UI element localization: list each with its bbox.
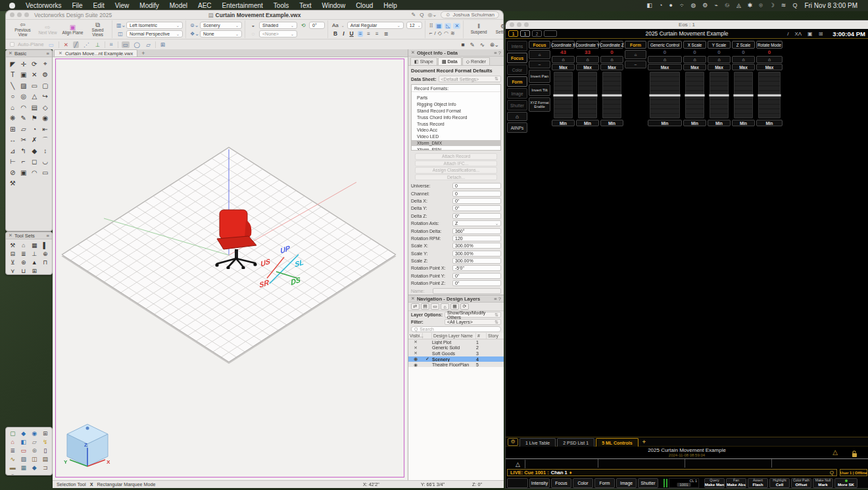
home-button[interactable]: ⌂ [507, 112, 527, 121]
slope-tool-icon[interactable]: / [435, 30, 436, 36]
parameter-softkey[interactable]: Color [573, 478, 593, 488]
align-plane-button[interactable]: ▣Align Plane [61, 24, 84, 36]
dual-softkey[interactable]: Assert Flash [748, 478, 768, 488]
fader-label-button[interactable]: Z Scale [732, 41, 755, 49]
line-style-icon[interactable]: ∿ [480, 41, 485, 48]
tool-icon[interactable]: ↕ [40, 145, 51, 157]
visualization-icon[interactable]: ◆ [29, 463, 40, 472]
layer-table-header[interactable]: Visibi... Design Layer Name # Story [408, 333, 504, 339]
category-button[interactable]: Color [507, 64, 527, 75]
active-layer-dropdown[interactable]: None⌄ [200, 30, 242, 37]
tool-icon[interactable]: ▤ [29, 102, 40, 113]
search-icon[interactable]: Q [830, 470, 834, 476]
status-bar-icon[interactable]: ☽ [766, 2, 778, 9]
menu-item[interactable]: Edit [88, 2, 110, 9]
visualization-icon[interactable]: ▭ [18, 446, 30, 454]
field-input[interactable]: 0"⌄ [452, 280, 501, 286]
visibility-icon[interactable]: ✕ [408, 345, 423, 351]
close-icon[interactable]: ✕ [411, 296, 415, 301]
monitor-tab[interactable] [544, 30, 557, 37]
navigation-mode-icon[interactable]: ⟳ [460, 303, 469, 310]
fader-handle[interactable] [602, 94, 622, 97]
stack-icon[interactable]: ≋ [450, 30, 455, 36]
invert-tilt-button[interactable]: Invert Tilt [529, 84, 550, 96]
visibility-icon[interactable]: ✕ [408, 339, 423, 345]
category-button[interactable]: Form [507, 76, 527, 87]
close-icon[interactable]: ✕ [411, 50, 415, 55]
close-window-button[interactable] [510, 22, 514, 27]
visualization-icon[interactable]: ▯ [40, 446, 51, 454]
max-button[interactable]: Max [648, 64, 682, 70]
fader-track[interactable] [758, 72, 781, 118]
status-bar-icon[interactable]: ✱ [744, 2, 756, 9]
data-sheet-select[interactable]: <Default Settings>⇅ [439, 76, 501, 82]
panel-menu-icon[interactable]: ≡ ? [494, 50, 501, 56]
fader-handle[interactable] [758, 94, 781, 97]
tool-icon[interactable]: △ [29, 91, 40, 103]
encoder-display-icon[interactable]: ΧΛ [794, 31, 802, 37]
fader-track[interactable] [685, 72, 704, 118]
previous-view-button[interactable]: ⇦Previous View [11, 21, 34, 37]
tool-set-icon[interactable]: ⊟ [7, 249, 18, 258]
status-bar-icon[interactable]: ⚙ [699, 2, 711, 9]
visualization-icon[interactable]: ◆ [18, 429, 30, 437]
object-info-tab[interactable]: ◇Render [462, 57, 490, 65]
fader-label-button[interactable]: Y Scale [708, 41, 731, 49]
fader-track[interactable] [578, 72, 597, 118]
tool-icon[interactable]: ⊞ [7, 124, 18, 135]
navigation-mode-icon[interactable]: ▭ [431, 303, 439, 310]
tool-icon[interactable]: ▣ [18, 167, 30, 178]
home-button[interactable]: ⌂ [648, 56, 682, 63]
navigation-header[interactable]: ✕Navigation - Design Layers≡ ? [408, 295, 504, 303]
plane-mode-icon[interactable]: ▭ [47, 41, 55, 48]
zoom-window-button[interactable] [524, 22, 529, 27]
record-format-row[interactable]: Xform_DMX [412, 140, 500, 147]
max-button[interactable]: Max [552, 64, 575, 70]
record-action-button[interactable]: Detach... [415, 174, 497, 181]
pencil-icon[interactable]: ✎ [412, 12, 416, 18]
layer-icon[interactable]: ❖⌄ [190, 31, 198, 37]
close-icon[interactable]: ✕ [9, 233, 12, 238]
field-input[interactable]: -5'0"⌄ [452, 265, 501, 271]
angle-snap-icon[interactable]: ◺ [445, 23, 451, 29]
account-menu-icon[interactable]: ◎⌄ [428, 12, 437, 18]
tool-icon[interactable]: ↪ [40, 91, 51, 103]
constrain-icon[interactable]: ▦ [435, 23, 443, 29]
tool-icon[interactable]: ⌐ [18, 157, 30, 168]
minimize-window-button[interactable] [517, 22, 521, 27]
field-input[interactable]: 300.00%⌄ [452, 251, 501, 257]
home-button[interactable]: ⌂ [708, 56, 731, 63]
tool-icon[interactable]: ❋ [7, 113, 18, 124]
fader-label-button[interactable]: Rotate Mode [756, 41, 783, 49]
tool-icon[interactable]: ◇ [40, 102, 51, 113]
menu-clock[interactable]: Fri Nov 8 3:00 PM [800, 2, 861, 9]
view-orientation-cube[interactable]: Z X Y [60, 420, 114, 476]
class-icon[interactable]: ⊜⌄ [190, 22, 198, 28]
field-input[interactable]: 0⌄ [452, 183, 501, 189]
fader-handle[interactable] [553, 94, 573, 97]
tool-icon[interactable]: ⚙ [40, 70, 51, 81]
max-button[interactable]: Max [576, 64, 599, 70]
tool-sets-header[interactable]: ✕Tool Sets≡ [6, 232, 52, 239]
tool-icon[interactable]: ▭ [29, 80, 40, 91]
dual-softkey[interactable]: Color Path Offset [791, 478, 811, 488]
visibility-icon[interactable]: ◉ [408, 356, 423, 362]
parameter-softkey[interactable]: Form [594, 478, 615, 488]
visualization-icon[interactable]: ⊛ [29, 446, 40, 454]
class-options-icon[interactable]: ⊕⌄ [490, 41, 499, 48]
render-mode-icon[interactable]: ◒ [249, 22, 257, 28]
form-group-header[interactable]: Form [625, 41, 646, 49]
field-input[interactable]: 300.00%⌄ [452, 258, 501, 264]
suspend-button[interactable]: ‖Suspend [468, 24, 490, 35]
tool-icon[interactable]: ◔ [29, 124, 40, 135]
dual-softkey[interactable]: Highlight Cell [769, 478, 790, 488]
category-button[interactable]: Image [507, 88, 527, 99]
push-pull-icon[interactable]: ⌗ [108, 41, 114, 48]
tool-icon[interactable]: T [7, 70, 18, 81]
tool-set-icon[interactable]: ⊓ [40, 258, 51, 266]
design-layer-row[interactable]: ◉ ✓ Scenery 4 [408, 356, 504, 362]
tool-icon[interactable]: ▭ [40, 167, 51, 178]
panel-menu-icon[interactable]: ≡ ? [494, 296, 501, 302]
tool-icon[interactable]: ↔ [7, 135, 18, 146]
visualization-icon[interactable]: ◉ [29, 429, 40, 437]
